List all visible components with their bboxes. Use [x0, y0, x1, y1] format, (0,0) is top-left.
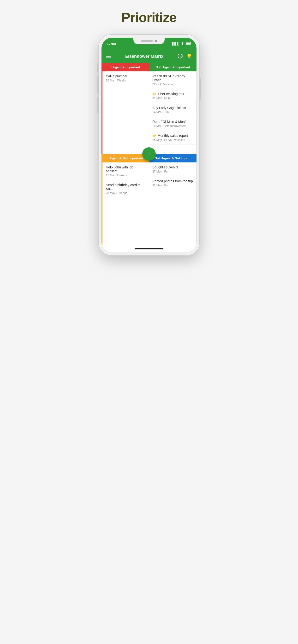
task-item[interactable]: Send a birthday card to Sa... 28 May · F…	[102, 180, 149, 198]
task-meta: 14 Mar · Fun	[152, 110, 193, 114]
task-meta: 27 May · Fun	[152, 170, 193, 173]
task-title: Bought souvenirs	[152, 165, 193, 169]
task-item[interactable]: Reach 80 lvl in Candy Crash 22 Oct · Voc…	[149, 72, 196, 89]
quadrant-urgent-important: Urgent & Important Call a plumber 15 Mar…	[101, 63, 149, 154]
svg-rect-1	[186, 42, 190, 44]
task-meta: 25 May · ☑ 4/5 · Vocation	[152, 138, 193, 142]
task-item[interactable]: 📁 Tibet trekking tour 31 May · ☑ 1/7	[149, 89, 196, 103]
speaker	[141, 40, 153, 42]
matrix-container: Urgent & Important Call a plumber 15 Mar…	[101, 63, 197, 245]
task-item[interactable]: Help John with job applicat... 15 Mar · …	[102, 162, 149, 180]
add-task-button[interactable]: +	[142, 147, 156, 161]
task-item[interactable]: Call a plumber 15 Mar · Wealth	[102, 72, 149, 85]
svg-rect-2	[191, 43, 191, 44]
q4-header: Not Urgent & Not Impo...	[149, 154, 197, 162]
svg-point-5	[180, 55, 181, 55]
toolbar: Eisenhower Matrix 💡	[101, 50, 197, 63]
signal-icon: ▋▋▋	[172, 42, 179, 46]
task-title: Reach 80 lvl in Candy Crash	[152, 74, 193, 82]
status-time: 17:54	[107, 42, 116, 46]
task-title: Printed photos from the trip	[152, 179, 193, 183]
task-title: ⭐ Monthly sales report	[152, 134, 193, 138]
silent-button	[97, 96, 99, 113]
power-button	[199, 78, 201, 100]
volume-up-button	[97, 64, 99, 72]
task-item[interactable]: ⭐ Monthly sales report 25 May · ☑ 4/5 · …	[149, 131, 196, 145]
folder-icon: 📁	[152, 92, 156, 96]
task-title: Send a birthday card to Sa...	[106, 183, 145, 191]
quadrant-urgent-not-important: Urgent & Not Important Help John with jo…	[101, 154, 149, 245]
task-meta: 22 Oct · Vocation	[152, 83, 193, 86]
wifi-icon	[181, 42, 185, 46]
q3-header: Urgent & Not Important	[102, 154, 149, 162]
status-bar: 17:54 ▋▋▋	[101, 38, 197, 50]
camera	[155, 40, 157, 42]
toolbar-title: Eisenhower Matrix	[125, 54, 163, 59]
task-meta: 31 May · Fun	[152, 184, 193, 187]
task-meta: 28 May · Friends	[106, 192, 145, 195]
task-item[interactable]: Bought souvenirs 27 May · Fun	[149, 162, 196, 176]
q2-header: Not Urgent & Important	[149, 63, 197, 72]
toolbar-action-icons: 💡	[178, 54, 192, 60]
fab-container: +	[142, 147, 156, 161]
task-meta: 14 Mar · Self Improvement	[152, 124, 193, 128]
task-title: Read "Of Mice & Men"	[152, 120, 193, 124]
home-indicator	[101, 245, 197, 252]
q3-body: Help John with job applicat... 15 Mar · …	[102, 162, 149, 245]
task-item[interactable]: Printed photos from the trip 31 May · Fu…	[149, 176, 196, 190]
star-icon: ⭐	[152, 134, 156, 138]
task-item[interactable]: Buy Lady Gaga tickets 14 Mar · Fun	[149, 103, 196, 117]
task-title: Help John with job applicat...	[106, 165, 145, 173]
notch	[133, 38, 165, 44]
task-meta: 15 Mar · Friends	[106, 174, 145, 177]
q1-body: Call a plumber 15 Mar · Wealth	[102, 72, 149, 154]
volume-down-button	[97, 76, 99, 93]
bulb-button[interactable]: 💡	[186, 54, 192, 59]
battery-icon	[186, 42, 191, 46]
quadrant-not-urgent-important: Not Urgent & Important Reach 80 lvl in C…	[149, 63, 197, 154]
task-item[interactable]: Read "Of Mice & Men" 14 Mar · Self Impro…	[149, 117, 196, 131]
menu-button[interactable]	[106, 54, 111, 58]
home-bar	[135, 248, 163, 250]
phone-shell: 17:54 ▋▋▋	[99, 35, 199, 255]
task-title: 📁 Tibet trekking tour	[152, 92, 193, 96]
status-icons: ▋▋▋	[172, 42, 191, 46]
task-title: Buy Lady Gaga tickets	[152, 106, 193, 110]
info-button[interactable]	[178, 54, 183, 60]
phone-screen: 17:54 ▋▋▋	[101, 38, 197, 252]
task-meta: 31 May · ☑ 1/7	[152, 96, 193, 100]
page-title: Prioritize	[121, 10, 177, 25]
task-title: Call a plumber	[106, 74, 145, 78]
q4-body: Bought souvenirs 27 May · Fun Printed ph…	[149, 162, 197, 245]
q1-header: Urgent & Important	[102, 63, 149, 72]
quadrant-not-urgent-not-important: Not Urgent & Not Impo... Bought souvenir…	[149, 154, 197, 245]
task-meta: 15 Mar · Wealth	[106, 79, 145, 82]
q2-body: Reach 80 lvl in Candy Crash 22 Oct · Voc…	[149, 72, 197, 154]
